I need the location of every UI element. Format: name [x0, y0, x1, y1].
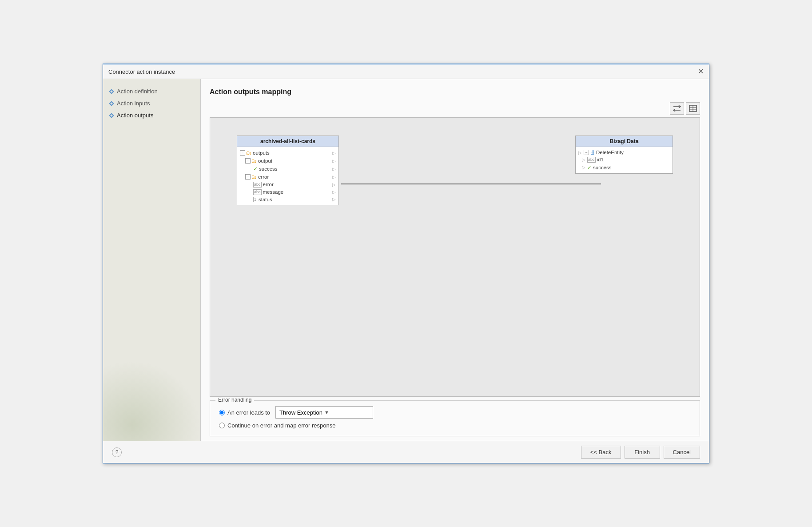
error-handling-legend: Error handling — [215, 397, 254, 403]
left-row-error-field: abc error ▷ — [237, 181, 338, 188]
radio-error-leads-to[interactable] — [219, 410, 225, 415]
right-row-deleteentity: ▷ − 🗄 DeleteEntity — [576, 149, 673, 156]
mapping-toolbar — [210, 102, 700, 115]
main-content: Action outputs mapping — [201, 79, 709, 441]
left-row-outputs: − 🗂 outputs ▷ — [237, 149, 338, 157]
left-panel-body: − 🗂 outputs ▷ − 🗂 output ▷ — [237, 147, 338, 205]
left-row-output: − 🗂 output ▷ — [237, 157, 338, 165]
right-label-deleteentity: DeleteEntity — [596, 150, 624, 155]
sidebar-item-action-outputs[interactable]: Action outputs — [110, 112, 194, 119]
arrow-icon: ▷ — [332, 151, 336, 156]
error-handling-section: Error handling An error leads to Throw E… — [210, 400, 700, 436]
diamond-icon — [109, 113, 114, 118]
page-title: Action outputs mapping — [210, 88, 700, 96]
dialog-container: Connector action instance ✕ Action defin… — [103, 64, 709, 463]
sidebar-item-action-definition[interactable]: Action definition — [110, 88, 194, 95]
finish-button[interactable]: Finish — [625, 446, 660, 459]
num-icon: 1 — [253, 197, 257, 203]
right-label-id1: id1 — [597, 157, 604, 162]
dropdown-value: Throw Exception — [279, 409, 324, 416]
abc-icon: abc — [253, 189, 262, 195]
abc-icon: abc — [587, 157, 596, 163]
left-row-success: ✓ success ▷ — [237, 165, 338, 173]
sidebar: Action definition Action inputs Action o… — [103, 79, 201, 441]
arrow-icon: ▷ — [332, 190, 336, 195]
radio-label-error-leads-to[interactable]: An error leads to — [219, 409, 270, 416]
folder-icon: 🗂 — [246, 150, 251, 156]
expand-icon[interactable]: − — [245, 158, 251, 164]
left-row-message: abc message ▷ — [237, 188, 338, 196]
left-label-error-field: error — [263, 182, 274, 187]
chevron-down-icon: ▼ — [324, 410, 369, 415]
arrow-icon: ▷ — [332, 175, 336, 180]
left-label-error-group: error — [258, 174, 269, 180]
arrow-icon: ▷ — [578, 150, 582, 155]
left-tree-panel: archived-all-list-cards − 🗂 outputs ▷ − — [237, 136, 339, 205]
radio-continue-on-error[interactable] — [219, 423, 225, 428]
footer-left: ? — [112, 447, 577, 457]
radio-label-continue-on-error[interactable]: Continue on error and map error response — [219, 422, 336, 429]
radio2-text: Continue on error and map error response — [227, 422, 336, 429]
help-button[interactable]: ? — [112, 447, 122, 457]
close-button[interactable]: ✕ — [698, 68, 704, 75]
right-row-id1: ▷ abc id1 — [576, 156, 673, 164]
left-panel-header: archived-all-list-cards — [237, 136, 338, 147]
back-button[interactable]: << Back — [581, 446, 621, 459]
check-icon: ✓ — [587, 164, 592, 171]
folder-icon: 🗂 — [251, 158, 257, 164]
abc-icon: abc — [253, 182, 262, 188]
expand-icon[interactable]: − — [245, 174, 251, 180]
right-label-success: success — [593, 165, 612, 170]
sidebar-label-action-definition: Action definition — [117, 88, 158, 95]
left-label-output: output — [258, 158, 272, 164]
sidebar-label-action-outputs: Action outputs — [117, 112, 153, 119]
folder-icon: 🗂 — [251, 174, 257, 180]
arrow-icon: ▷ — [582, 165, 585, 170]
right-row-success: ▷ ✓ success — [576, 164, 673, 172]
diamond-icon — [109, 89, 114, 94]
right-panel-header: Bizagi Data — [576, 136, 673, 147]
arrow-icon: ▷ — [332, 197, 336, 202]
mapping-view-button[interactable] — [670, 102, 684, 115]
error-row-2: Continue on error and map error response — [219, 422, 691, 429]
arrow-icon: ▷ — [332, 182, 336, 187]
left-label-success: success — [259, 166, 278, 172]
left-label-status: status — [259, 197, 272, 202]
diamond-icon — [109, 101, 114, 106]
title-bar: Connector action instance ✕ — [103, 64, 709, 79]
table-view-button[interactable] — [686, 102, 700, 115]
sidebar-label-action-inputs: Action inputs — [117, 100, 150, 107]
db-icon: 🗄 — [590, 150, 595, 155]
radio1-text: An error leads to — [227, 409, 270, 416]
table-icon — [689, 104, 697, 112]
right-tree-panel: Bizagi Data ▷ − 🗄 DeleteEntity ▷ abc — [575, 136, 673, 174]
dialog-title: Connector action instance — [108, 68, 175, 75]
error-row-1: An error leads to Throw Exception ▼ — [219, 406, 691, 419]
arrow-icon: ▷ — [582, 157, 585, 162]
left-label-outputs: outputs — [253, 150, 270, 156]
left-label-message: message — [263, 189, 284, 195]
dialog-body: Action definition Action inputs Action o… — [103, 79, 709, 441]
throw-exception-dropdown[interactable]: Throw Exception ▼ — [275, 406, 373, 419]
right-panel-body: ▷ − 🗄 DeleteEntity ▷ abc id1 — [576, 147, 673, 173]
cancel-button[interactable]: Cancel — [664, 446, 700, 459]
left-row-status: 1 status ▷ — [237, 196, 338, 204]
check-icon: ✓ — [253, 166, 258, 172]
mapping-icon — [673, 104, 681, 112]
sidebar-item-action-inputs[interactable]: Action inputs — [110, 100, 194, 107]
arrow-icon: ▷ — [332, 167, 336, 172]
expand-icon[interactable]: − — [584, 150, 589, 155]
expand-icon[interactable]: − — [240, 150, 245, 156]
footer: ? << Back Finish Cancel — [103, 441, 709, 463]
arrow-icon: ▷ — [332, 159, 336, 164]
mapping-canvas: archived-all-list-cards − 🗂 outputs ▷ − — [210, 117, 700, 397]
left-row-error-group: − 🗂 error ▷ — [237, 173, 338, 181]
